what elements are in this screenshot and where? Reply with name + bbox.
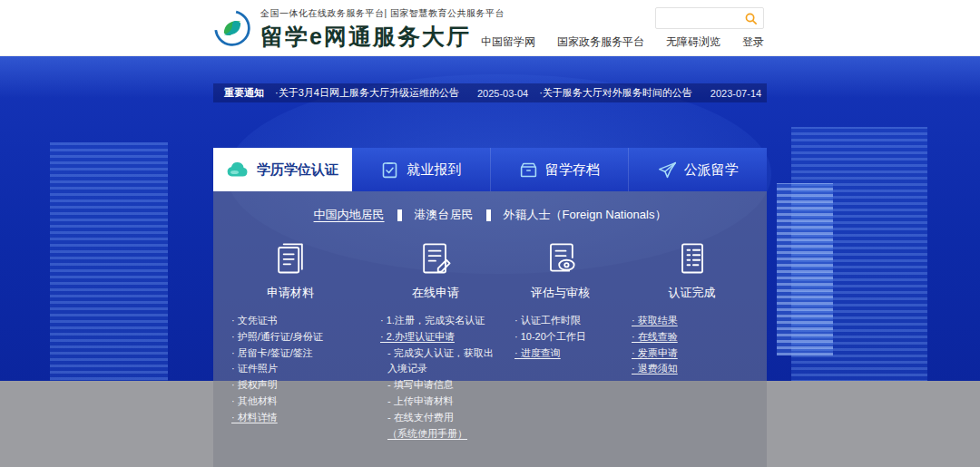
column-list: · 认证工作时限 · 10-20个工作日 · 进度查询 xyxy=(504,313,617,361)
page: 全国一体化在线政务服务平台| 国家智慧教育公共服务平台 留学e网通服务大厅 中国… xyxy=(0,0,980,467)
site-logo[interactable]: 全国一体化在线政务服务平台| 国家智慧教育公共服务平台 留学e网通服务大厅 xyxy=(212,7,505,52)
list-item: · 认证工作时限 xyxy=(514,313,613,329)
list-item: · 居留卡/签证/签注 xyxy=(231,345,364,362)
list-item: - 填写申请信息 xyxy=(380,377,500,394)
link-invoice-request[interactable]: · 发票申请 xyxy=(632,345,763,362)
separator xyxy=(397,209,402,221)
main-banner: 重要通知 ·关于3月4日网上服务大厅升级运维的公告 2025-03-04 ·关于… xyxy=(0,56,980,467)
column-certification-complete: 认证完成 · 获取结果 · 在线查验 · 发票申请 · 退费须知 xyxy=(617,237,767,443)
audience-mainland[interactable]: 中国内地居民 xyxy=(314,207,385,223)
notice-item[interactable]: ·关于3月4日网上服务大厅升级运维的公告 2025-03-04 xyxy=(275,86,528,100)
column-title: 评估与审核 xyxy=(504,285,617,301)
notice-title[interactable]: ·关于3月4日网上服务大厅升级运维的公告 xyxy=(275,86,459,100)
service-tabs: 学历学位认证 就业报到 留学存档 xyxy=(213,148,767,191)
background-decoration xyxy=(50,142,168,405)
review-icon xyxy=(541,237,581,278)
audience-hk-mo-tw[interactable]: 港澳台居民 xyxy=(415,207,474,223)
list-item: · 护照/通行证/身份证 xyxy=(231,329,364,345)
top-nav: 中国留学网 国家政务服务平台 无障碍浏览 登录 xyxy=(481,34,764,50)
process-columns: 申请材料 · 文凭证书 · 护照/通行证/身份证 · 居留卡/签证/签注 · 证… xyxy=(213,237,767,443)
list-item: - 上传申请材料 xyxy=(380,394,500,410)
tab-study-archive[interactable]: 留学存档 xyxy=(491,148,630,191)
platform-tagline: 全国一体化在线政务服务平台| 国家智慧教育公共服务平台 xyxy=(260,7,505,20)
link-system-manual[interactable]: （系统使用手册） xyxy=(380,426,500,443)
list-item: · 授权声明 xyxy=(231,377,364,394)
audience-foreign[interactable]: 外籍人士（Foreign Nationals） xyxy=(504,207,667,223)
notice-date: 2023-07-14 xyxy=(710,88,761,99)
education-cloud-icon xyxy=(226,161,250,179)
list-item: · 1.注册，完成实名认证 xyxy=(380,313,500,329)
logo-swirl-icon xyxy=(212,8,252,52)
notice-bar: 重要通知 ·关于3月4日网上服务大厅升级运维的公告 2025-03-04 ·关于… xyxy=(213,83,767,102)
audience-tabs: 中国内地居民 港澳台居民 外籍人士（Foreign Nationals） xyxy=(213,207,767,223)
background-decoration xyxy=(777,183,833,355)
nav-gov-service-platform[interactable]: 国家政务服务平台 xyxy=(557,34,644,50)
tab-label: 就业报到 xyxy=(407,161,461,179)
list-item: · 其他材料 xyxy=(231,394,364,410)
header: 全国一体化在线政务服务平台| 国家智慧教育公共服务平台 留学e网通服务大厅 中国… xyxy=(0,0,980,56)
column-evaluation-review: 评估与审核 · 认证工作时限 · 10-20个工作日 · 进度查询 xyxy=(504,237,617,443)
search-icon[interactable] xyxy=(739,12,763,25)
notice-label: 重要通知 xyxy=(224,86,264,100)
search-box xyxy=(655,7,764,29)
link-online-verification[interactable]: · 在线查验 xyxy=(632,329,763,345)
nav-accessibility[interactable]: 无障碍浏览 xyxy=(666,34,720,50)
tab-label: 留学存档 xyxy=(545,161,600,179)
list-item: - 完成实人认证，获取出入境记录 xyxy=(380,345,500,378)
documents-icon xyxy=(270,237,310,278)
search-input[interactable] xyxy=(656,8,739,28)
link-get-result[interactable]: · 获取结果 xyxy=(632,313,763,329)
link-material-details[interactable]: · 材料详情 xyxy=(231,410,364,426)
column-list: · 文凭证书 · 护照/通行证/身份证 · 居留卡/签证/签注 · 证件照片 ·… xyxy=(213,313,368,426)
nav-china-study-abroad[interactable]: 中国留学网 xyxy=(481,34,535,50)
column-list: · 获取结果 · 在线查验 · 发票申请 · 退费须知 xyxy=(617,313,767,377)
tab-degree-certification[interactable]: 学历学位认证 xyxy=(213,148,352,191)
column-list: · 1.注册，完成实名认证 · 2.办理认证申请 - 完成实人认证，获取出入境记… xyxy=(368,313,504,443)
archive-icon xyxy=(519,161,538,180)
online-apply-icon xyxy=(416,237,456,278)
list-item: · 文凭证书 xyxy=(231,313,364,329)
tab-government-sponsored[interactable]: 公派留学 xyxy=(629,148,767,191)
employment-report-icon xyxy=(380,161,399,180)
separator xyxy=(486,209,491,221)
column-title: 在线申请 xyxy=(368,285,504,301)
list-item: - 在线支付费用 xyxy=(380,410,500,426)
tab-label: 学历学位认证 xyxy=(257,161,338,179)
link-apply-certification[interactable]: · 2.办理认证申请 xyxy=(380,329,500,345)
content-panel: 中国内地居民 港澳台居民 外籍人士（Foreign Nationals） 申请材… xyxy=(213,191,767,467)
column-online-application: 在线申请 · 1.注册，完成实名认证 · 2.办理认证申请 - 完成实人认证，获… xyxy=(368,237,504,443)
list-item: · 10-20个工作日 xyxy=(514,329,613,345)
tab-label: 公派留学 xyxy=(684,161,739,179)
link-refund-notice[interactable]: · 退费须知 xyxy=(632,361,763,377)
column-title: 认证完成 xyxy=(617,285,767,301)
complete-icon xyxy=(672,237,712,278)
tab-employment-report[interactable]: 就业报到 xyxy=(352,148,491,191)
notice-item[interactable]: ·关于服务大厅对外服务时间的公告 2023-07-14 xyxy=(539,86,761,100)
list-item: · 证件照片 xyxy=(231,361,364,377)
site-title: 留学e网通服务大厅 xyxy=(260,22,505,52)
column-title: 申请材料 xyxy=(213,285,368,301)
notice-title[interactable]: ·关于服务大厅对外服务时间的公告 xyxy=(539,86,692,100)
link-progress-query[interactable]: · 进度查询 xyxy=(514,345,613,362)
column-application-materials: 申请材料 · 文凭证书 · 护照/通行证/身份证 · 居留卡/签证/签注 · 证… xyxy=(213,237,368,443)
airplane-icon xyxy=(658,161,677,180)
nav-login[interactable]: 登录 xyxy=(742,34,764,50)
notice-date: 2025-03-04 xyxy=(477,88,528,99)
